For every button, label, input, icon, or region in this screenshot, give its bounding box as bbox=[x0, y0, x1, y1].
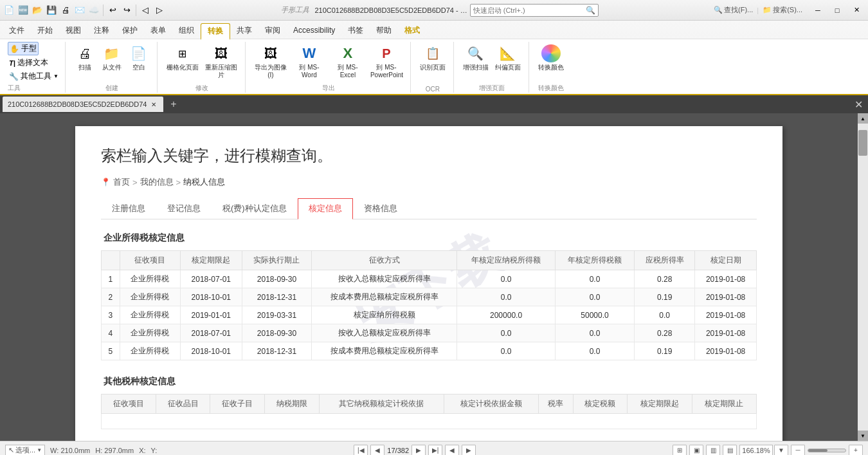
title-bar-right: 🔍 查找(F)... | 📁 搜索(S)... ─ □ ✕ bbox=[714, 4, 865, 17]
ocr-page-btn[interactable]: 📋 识别页面 bbox=[417, 42, 448, 73]
tab-verification[interactable]: 核定信息 bbox=[298, 198, 353, 219]
page-content: 索栏输入关键字，进行模糊查询。 📍 首页 > 我的信息 > 纳税人信息 注册信息… bbox=[101, 145, 757, 429]
scroll-up-btn[interactable]: ▲ bbox=[858, 113, 868, 124]
tab-accessibility[interactable]: Accessibility bbox=[287, 22, 341, 39]
status-bar: ↖ 选项... ▼ W: 210.0mm H: 297.0mm X: Y: |◀… bbox=[0, 441, 868, 455]
email-btn[interactable]: ✉️ bbox=[73, 4, 86, 17]
zoom-slider-thumb[interactable] bbox=[808, 449, 827, 452]
tab-format[interactable]: 格式 bbox=[398, 22, 426, 39]
save-btn[interactable]: 💾 bbox=[45, 4, 58, 17]
tab-share[interactable]: 共享 bbox=[230, 22, 258, 39]
back-btn[interactable]: ◁ bbox=[139, 4, 152, 17]
tab-bookmark[interactable]: 书签 bbox=[341, 22, 370, 39]
prev-view-btn[interactable]: ◀ bbox=[445, 445, 459, 456]
tab-register[interactable]: 注册信息 bbox=[101, 198, 156, 219]
doc-tab-main[interactable]: 210C012688B2DB08D3E5C5D2EDB6DD74 ✕ bbox=[3, 97, 163, 112]
undo-btn[interactable]: ↩ bbox=[106, 4, 119, 17]
ribbon-group-convert-color: 转换颜色 转换颜色 bbox=[530, 42, 572, 93]
tab-protect[interactable]: 保护 bbox=[116, 22, 144, 39]
dropdown-zoom-btn[interactable]: ▼ bbox=[774, 445, 788, 456]
tab-file[interactable]: 文件 bbox=[3, 22, 31, 39]
prev-page-btn[interactable]: ◀ bbox=[370, 445, 384, 456]
maximize-button[interactable]: □ bbox=[828, 4, 846, 17]
zoom-value[interactable]: 166.18% bbox=[739, 445, 773, 456]
cell-project: 企业所得税 bbox=[120, 270, 180, 288]
view-btn2[interactable]: ▥ bbox=[706, 445, 720, 456]
quick-launch-input[interactable] bbox=[473, 6, 586, 14]
tab-registration[interactable]: 登记信息 bbox=[156, 198, 212, 219]
close-all-btn[interactable]: ✕ bbox=[852, 98, 865, 111]
cell-method: 按成本费用总额核定应税所得率 bbox=[312, 288, 457, 306]
close-button[interactable]: ✕ bbox=[847, 4, 865, 17]
breadcrumb-home[interactable]: 首页 bbox=[113, 176, 130, 188]
scroll-thumb[interactable] bbox=[858, 130, 867, 156]
breadcrumb-taxpayer[interactable]: 纳税人信息 bbox=[183, 176, 225, 188]
cloud-btn[interactable]: ☁️ bbox=[87, 4, 100, 17]
tools-group-label: 工具 bbox=[8, 82, 21, 93]
blank-btn[interactable]: 📄 空白 bbox=[126, 42, 152, 73]
cell-annual-income: 0.0 bbox=[457, 324, 556, 342]
open-btn[interactable]: 📂 bbox=[31, 4, 44, 17]
next-view-btn[interactable]: ▶ bbox=[462, 445, 476, 456]
scan-btn[interactable]: 🖨 扫描 bbox=[72, 42, 98, 73]
tab-help[interactable]: 帮助 bbox=[370, 22, 398, 39]
convert-color-btn[interactable]: 转换颜色 bbox=[536, 42, 566, 73]
other-tools-btn[interactable]: 🔧 其他工具 ▼ bbox=[8, 70, 60, 82]
select-text-btn[interactable]: T| 选择文本 bbox=[8, 57, 50, 69]
quick-launch-search[interactable]: 🔍 bbox=[470, 4, 599, 17]
export-image-btn[interactable]: 🖼 导出为图像(I) bbox=[252, 42, 289, 80]
enhance-group-label: 增强页面 bbox=[479, 82, 505, 93]
section1-title: 企业所得税核定信息 bbox=[101, 232, 757, 244]
print-btn[interactable]: 🖨 bbox=[59, 4, 72, 17]
scan-label: 扫描 bbox=[78, 64, 91, 71]
minimize-button[interactable]: ─ bbox=[809, 4, 827, 17]
last-page-btn[interactable]: ▶| bbox=[428, 445, 442, 456]
convert-color-label: 转换颜色 bbox=[538, 64, 564, 71]
rasterize-btn[interactable]: ⊞ 栅格化页面 bbox=[164, 42, 201, 73]
forward-btn[interactable]: ▷ bbox=[153, 4, 166, 17]
cell-tax-rate: 0.28 bbox=[635, 324, 695, 342]
zoom-out-btn[interactable]: ─ bbox=[791, 445, 805, 456]
tab-comment[interactable]: 注释 bbox=[87, 22, 116, 39]
first-page-btn[interactable]: |◀ bbox=[354, 445, 368, 456]
scroll-track[interactable] bbox=[858, 124, 868, 431]
recompress-btn[interactable]: 🖼 重新压缩图片 bbox=[203, 42, 240, 80]
to-ppt-btn[interactable]: P 到 MS-PowerPoint bbox=[368, 42, 405, 80]
to-ppt-label: 到 MS-PowerPoint bbox=[370, 64, 402, 79]
tab-tax-type[interactable]: 税(费)种认定信息 bbox=[212, 198, 298, 219]
next-page-btn[interactable]: ▶ bbox=[411, 445, 426, 456]
tab-form[interactable]: 表单 bbox=[144, 22, 172, 39]
tab-convert[interactable]: 转换 bbox=[201, 23, 230, 40]
tab-review[interactable]: 审阅 bbox=[258, 22, 287, 39]
zoom-slider[interactable] bbox=[808, 449, 846, 452]
from-file-btn[interactable]: 📁 从文件 bbox=[99, 42, 125, 73]
deskew-btn[interactable]: 📐 纠偏页面 bbox=[493, 42, 523, 73]
color-palette-icon bbox=[541, 43, 561, 64]
fit-page-btn[interactable]: ⊞ bbox=[673, 445, 687, 456]
to-word-btn[interactable]: W 到 MS-Word bbox=[291, 42, 328, 80]
find-label[interactable]: 查找(F)... bbox=[724, 5, 753, 15]
tab-view[interactable]: 视图 bbox=[59, 22, 87, 39]
breadcrumb-myinfo[interactable]: 我的信息 bbox=[140, 176, 174, 188]
view-btn1[interactable]: ▣ bbox=[689, 445, 703, 456]
document-tabs: 210C012688B2DB08D3E5C5D2EDB6DD74 ✕ + ✕ bbox=[0, 95, 868, 113]
enhance-scan-btn[interactable]: 🔍 增强扫描 bbox=[460, 42, 491, 73]
search-label[interactable]: 搜索(S)... bbox=[773, 5, 802, 15]
zoom-in-btn[interactable]: + bbox=[849, 445, 863, 456]
new-btn[interactable]: 🆕 bbox=[17, 4, 30, 17]
add-tab-btn[interactable]: + bbox=[166, 97, 181, 112]
to-excel-btn[interactable]: X 到 MS-Excel bbox=[329, 42, 366, 80]
deskew-icon: 📐 bbox=[498, 43, 518, 64]
view-btn3[interactable]: ▤ bbox=[723, 445, 737, 456]
tab-qualification[interactable]: 资格信息 bbox=[353, 198, 408, 219]
doc-tab-close[interactable]: ✕ bbox=[149, 100, 158, 109]
tab-start[interactable]: 开始 bbox=[31, 22, 59, 39]
right-scrollbar[interactable]: ▲ ▼ bbox=[858, 113, 868, 441]
redo-btn[interactable]: ↪ bbox=[120, 4, 133, 17]
scroll-down-btn[interactable]: ▼ bbox=[858, 431, 868, 441]
hand-tool-btn[interactable]: ✋ 手型 bbox=[8, 42, 39, 55]
col2-limit-end: 核定期限止 bbox=[692, 395, 756, 414]
cell-method: 按收入总额核定应税所得率 bbox=[312, 270, 457, 288]
tab-organize[interactable]: 组织 bbox=[172, 22, 201, 39]
options-btn[interactable]: ↖ 选项... ▼ bbox=[5, 445, 45, 456]
